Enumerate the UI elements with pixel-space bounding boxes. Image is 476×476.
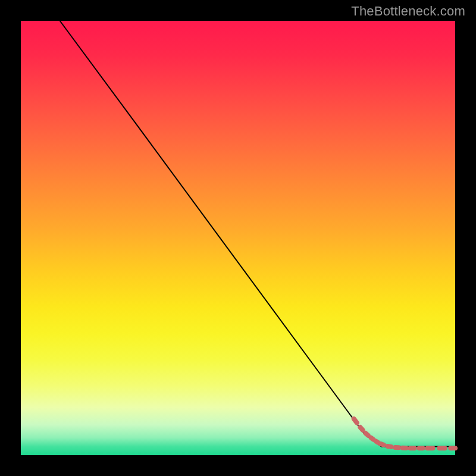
dotted-dash xyxy=(360,427,362,430)
dotted-dash xyxy=(376,441,378,442)
dotted-dash xyxy=(354,419,357,423)
dotted-dash xyxy=(387,446,391,447)
chart-frame: TheBottleneck.com xyxy=(0,0,476,476)
dotted-dash xyxy=(365,433,368,436)
dotted-end-dot xyxy=(453,446,458,450)
watermark-text: TheBottleneck.com xyxy=(351,4,465,19)
dotted-dash xyxy=(380,444,383,445)
series-dotted-tail xyxy=(354,419,458,450)
chart-svg xyxy=(21,21,455,455)
dotted-dash xyxy=(371,438,374,440)
series-curve xyxy=(60,21,455,446)
